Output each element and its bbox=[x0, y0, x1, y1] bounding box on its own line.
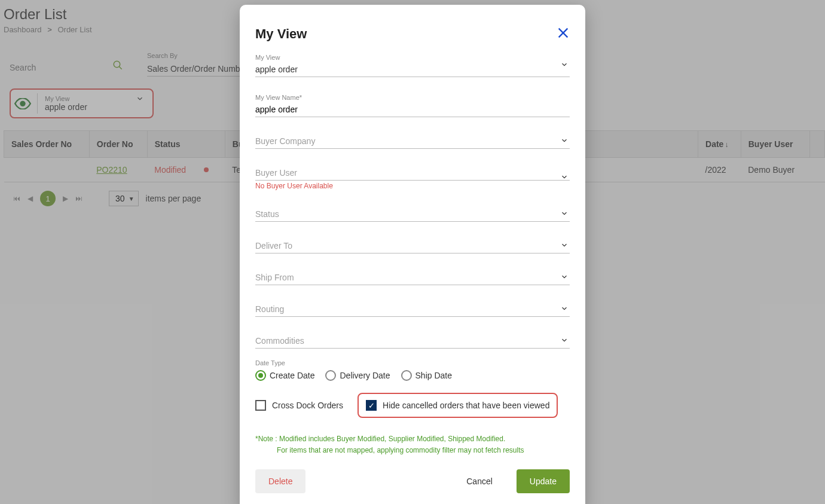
close-button[interactable] bbox=[557, 26, 570, 42]
cross-dock-label: Cross Dock Orders bbox=[272, 401, 343, 410]
field-buyer-user: Buyer User No Buyer User Available bbox=[255, 166, 570, 190]
routing-select[interactable]: Routing bbox=[255, 302, 570, 317]
myview-select[interactable]: apple order bbox=[255, 62, 570, 77]
radio-create-label: Create Date bbox=[270, 371, 314, 380]
name-label: My View Name* bbox=[255, 94, 570, 101]
commodities-placeholder: Commodities bbox=[255, 336, 304, 346]
hide-cancelled-label: Hide cancelled orders that have been vie… bbox=[383, 401, 549, 410]
chevron-down-icon bbox=[560, 209, 569, 220]
buyer-company-select[interactable]: Buyer Company bbox=[255, 134, 570, 149]
field-buyer-company: Buyer Company bbox=[255, 134, 570, 149]
deliver-to-placeholder: Deliver To bbox=[255, 241, 292, 251]
radio-icon bbox=[401, 370, 412, 381]
field-routing: Routing bbox=[255, 302, 570, 317]
highlight-frame: Hide cancelled orders that have been vie… bbox=[358, 393, 558, 418]
radio-delivery-label: Delivery Date bbox=[340, 371, 390, 380]
buyer-company-placeholder: Buyer Company bbox=[255, 136, 315, 146]
date-type-group: Date Type Create Date Delivery Date Ship… bbox=[255, 359, 570, 381]
myview-modal: My View My View apple order My View Name… bbox=[240, 5, 585, 504]
radio-ship-date[interactable]: Ship Date bbox=[401, 370, 452, 381]
checkbox-icon bbox=[366, 400, 377, 411]
buyer-user-select[interactable]: Buyer User bbox=[255, 166, 570, 181]
note-line-1: *Note : Modified includes Buyer Modified… bbox=[255, 435, 505, 443]
field-myview: My View apple order bbox=[255, 54, 570, 77]
radio-icon bbox=[325, 370, 336, 381]
chevron-down-icon bbox=[560, 173, 569, 184]
myview-select-value: apple order bbox=[255, 65, 298, 74]
myview-label: My View bbox=[255, 54, 570, 61]
date-type-label: Date Type bbox=[255, 359, 570, 366]
status-placeholder: Status bbox=[255, 209, 279, 219]
chevron-down-icon bbox=[560, 273, 569, 283]
check-cross-dock[interactable]: Cross Dock Orders bbox=[255, 400, 343, 411]
field-commodities: Commodities bbox=[255, 334, 570, 349]
update-button[interactable]: Update bbox=[517, 469, 570, 493]
chevron-down-icon bbox=[560, 136, 569, 147]
radio-icon bbox=[255, 370, 266, 381]
chevron-down-icon bbox=[560, 241, 569, 252]
status-select[interactable]: Status bbox=[255, 207, 570, 222]
cancel-button[interactable]: Cancel bbox=[453, 469, 506, 493]
commodities-select[interactable]: Commodities bbox=[255, 334, 570, 349]
name-input[interactable] bbox=[255, 102, 570, 117]
field-status: Status bbox=[255, 207, 570, 222]
field-name: My View Name* bbox=[255, 94, 570, 117]
field-deliver-to: Deliver To bbox=[255, 239, 570, 253]
routing-placeholder: Routing bbox=[255, 304, 284, 314]
delete-button[interactable]: Delete bbox=[255, 469, 305, 493]
modal-overlay[interactable]: My View My View apple order My View Name… bbox=[0, 0, 825, 504]
buyer-user-placeholder: Buyer User bbox=[255, 168, 297, 178]
modal-actions: Delete Cancel Update bbox=[255, 469, 570, 493]
radio-delivery-date[interactable]: Delivery Date bbox=[325, 370, 390, 381]
radio-create-date[interactable]: Create Date bbox=[255, 370, 314, 381]
modal-title: My View bbox=[255, 26, 570, 42]
note-line-2: For items that are not mapped, applying … bbox=[277, 445, 570, 456]
checkbox-row: Cross Dock Orders Hide cancelled orders … bbox=[255, 393, 570, 418]
chevron-down-icon bbox=[560, 336, 569, 347]
ship-from-placeholder: Ship From bbox=[255, 273, 294, 282]
chevron-down-icon bbox=[560, 304, 569, 315]
modal-note: *Note : Modified includes Buyer Modified… bbox=[255, 433, 570, 456]
field-ship-from: Ship From bbox=[255, 270, 570, 285]
deliver-to-select[interactable]: Deliver To bbox=[255, 239, 570, 253]
checkbox-icon bbox=[255, 400, 266, 411]
radio-ship-label: Ship Date bbox=[415, 371, 452, 380]
buyer-user-error: No Buyer User Available bbox=[255, 182, 570, 190]
ship-from-select[interactable]: Ship From bbox=[255, 270, 570, 285]
chevron-down-icon bbox=[560, 60, 569, 71]
check-hide-cancelled[interactable]: Hide cancelled orders that have been vie… bbox=[366, 400, 549, 411]
